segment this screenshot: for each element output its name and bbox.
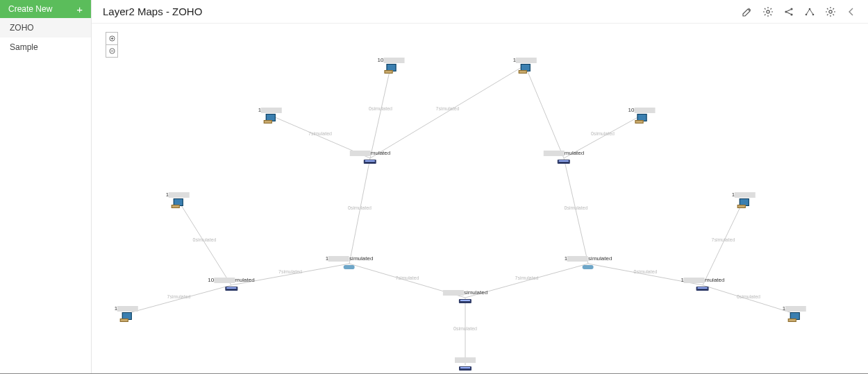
edge-label: 7simulated [308,131,332,136]
node-label: 10 [628,107,656,113]
node-label: 1simulated [565,255,612,262]
node-n11[interactable]: 1simulated [565,255,612,272]
node-n15[interactable]: simulated [443,289,487,306]
edge-label: 0simulated [369,106,392,111]
node-label: simulated [443,289,487,296]
edge-label: 0simulated [453,326,477,331]
edge-label: 0simulated [565,205,588,210]
toolbar [742,6,857,17]
router-icon [343,262,356,272]
router-icon [582,262,594,272]
edge[interactable] [564,158,588,264]
switch-icon [364,157,376,167]
pc-icon [264,114,276,124]
node-n2[interactable]: 1 [513,57,537,74]
edge-label: 7simulated [436,106,460,111]
switch-icon [696,284,709,294]
node-n13[interactable]: 1 [115,305,138,322]
edge-label: 0simulated [737,294,760,299]
edge-label: 0simulated [634,269,658,274]
plus-icon: + [76,3,83,15]
create-new-label: Create New [8,4,52,14]
pc-icon [519,64,531,74]
node-label: mulated [350,150,390,156]
node-label: 1 [732,192,756,198]
node-label: 1simulated [326,255,374,262]
pc-icon [788,312,801,322]
node-n3[interactable]: 1 [258,107,282,124]
node-label: 1 [115,305,138,312]
edge-label: 7simulated [515,275,539,280]
edge-label: 7simulated [396,275,419,280]
switch-icon [558,157,570,167]
node-n8[interactable]: 1 [732,192,756,208]
edge[interactable] [525,65,564,158]
edge[interactable] [178,200,231,285]
gear-icon[interactable] [762,6,774,17]
settings-icon[interactable] [825,6,836,17]
node-label: 1 [513,57,537,63]
node-n14[interactable]: 1 [783,305,806,322]
node-n12[interactable]: 1mulated [681,277,725,294]
pc-icon [737,198,750,208]
switch-icon [459,364,471,373]
node-n16[interactable] [455,357,476,373]
edge[interactable] [370,65,525,158]
pc-icon [635,114,648,124]
node-label: 1 [783,305,806,312]
pc-icon [385,64,397,74]
node-label: 10mulated [208,277,254,283]
node-label: 10 [378,57,405,63]
edge-label: 7simulated [167,294,191,299]
edit-icon[interactable] [742,6,753,17]
node-n7[interactable]: 1 [166,192,190,208]
pc-icon [120,312,133,322]
node-n9[interactable]: 1simulated [326,255,374,272]
node-n1[interactable]: 10 [378,57,405,74]
page-title: Layer2 Maps - ZOHO [103,6,202,17]
node-n10[interactable]: 10mulated [208,277,254,294]
edge-label: 7simulated [278,269,302,274]
edge[interactable] [703,200,744,285]
create-new-button[interactable]: Create New + [0,0,91,18]
switch-icon [459,296,471,306]
node-label: mulated [544,150,584,156]
share-icon[interactable] [783,6,794,17]
svg-point-0 [767,10,769,12]
chevron-left-icon[interactable] [846,6,857,17]
node-label: 1mulated [681,277,725,283]
edge-label: 0simulated [591,131,615,136]
edge-label: 0simulated [193,237,217,242]
sidebar: Create New + ZOHOSample [0,0,92,374]
edge-label: 7simulated [712,237,735,242]
pc-icon [172,198,184,208]
edge-label: 0simulated [348,205,372,210]
sidebar-item-zoho[interactable]: ZOHO [0,18,91,37]
node-n6[interactable]: mulated [544,150,584,167]
edge[interactable] [349,158,370,264]
sidebar-item-sample[interactable]: Sample [0,37,91,57]
node-label [455,357,476,363]
header: Layer2 Maps - ZOHO [92,0,868,24]
node-label: 1 [166,192,190,198]
switch-icon [225,284,237,294]
node-n5[interactable]: mulated [350,150,390,167]
topology-icon[interactable] [804,6,815,17]
svg-point-7 [829,10,832,12]
map-canvas[interactable]: 0simulated7simulated7simulated0simulated… [92,24,868,374]
map-list: ZOHOSample [0,18,91,57]
node-n4[interactable]: 10 [628,107,656,124]
node-label: 1 [258,107,282,113]
edge[interactable] [370,65,391,158]
